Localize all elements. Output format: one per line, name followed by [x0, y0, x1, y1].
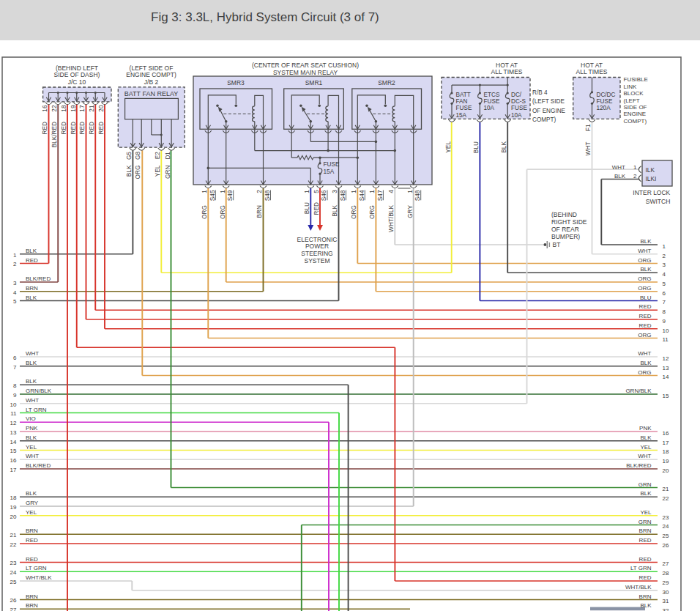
svg-text:ORG: ORG	[219, 205, 226, 219]
svg-text:WHT: WHT	[584, 142, 592, 156]
svg-text:WHT: WHT	[638, 248, 651, 254]
svg-text:POWER: POWER	[305, 242, 329, 250]
svg-text:ENGINE: ENGINE	[624, 111, 647, 117]
svg-text:27: 27	[10, 607, 17, 611]
svg-text:BT: BT	[553, 241, 561, 248]
svg-text:BLK/RED: BLK/RED	[26, 275, 51, 282]
svg-text:4: 4	[387, 190, 395, 193]
svg-text:SIDE OF DASH): SIDE OF DASH)	[54, 71, 100, 78]
svg-text:WHT: WHT	[638, 453, 651, 459]
svg-text:S46: S46	[320, 190, 327, 201]
svg-text:E2: E2	[154, 152, 161, 160]
svg-text:RED: RED	[60, 122, 67, 135]
svg-text:S49: S49	[226, 190, 234, 201]
svg-text:RED: RED	[26, 537, 38, 544]
svg-text:17: 17	[10, 467, 17, 473]
svg-text:15A: 15A	[324, 168, 335, 175]
svg-text:BRN: BRN	[26, 285, 38, 292]
svg-text:21: 21	[88, 105, 95, 112]
svg-text:4: 4	[663, 271, 666, 278]
svg-text:BLK: BLK	[614, 173, 626, 179]
svg-text:20: 20	[663, 467, 669, 474]
svg-text:DC-S: DC-S	[511, 98, 526, 105]
svg-text:FUSIBLE: FUSIBLE	[624, 76, 648, 83]
svg-text:BLK/RED: BLK/RED	[26, 462, 51, 469]
svg-text:FAN: FAN	[456, 98, 468, 105]
svg-text:ORG: ORG	[638, 369, 651, 376]
svg-text:21: 21	[663, 486, 669, 492]
svg-text:WHT/BLK: WHT/BLK	[625, 584, 652, 590]
svg-text:GRN/BLK: GRN/BLK	[26, 388, 52, 394]
svg-text:19: 19	[70, 105, 77, 112]
svg-text:27: 27	[663, 560, 669, 567]
svg-text:ORG: ORG	[638, 275, 651, 282]
svg-text:ILK: ILK	[646, 166, 655, 174]
svg-text:ALL TIMES: ALL TIMES	[576, 68, 608, 75]
svg-text:BLK: BLK	[125, 165, 133, 177]
svg-text:G8: G8	[134, 152, 141, 160]
svg-text:1: 1	[219, 190, 226, 193]
svg-text:GRN/BLK: GRN/BLK	[625, 388, 652, 394]
svg-text:BLK: BLK	[26, 434, 37, 441]
svg-text:9: 9	[13, 392, 17, 399]
svg-text:(CENTER OF REAR SEAT CUSHION): (CENTER OF REAR SEAT CUSHION)	[252, 62, 359, 69]
svg-text:PNK: PNK	[26, 425, 38, 432]
svg-text:20: 20	[10, 514, 17, 520]
svg-text:ILKI: ILKI	[646, 175, 657, 182]
svg-text:G5: G5	[125, 152, 133, 160]
svg-text:13: 13	[663, 365, 669, 371]
svg-text:8: 8	[13, 382, 17, 389]
svg-text:6: 6	[663, 290, 666, 297]
svg-text:BLK: BLK	[640, 266, 652, 273]
svg-text:RED: RED	[26, 556, 38, 563]
svg-text:J/B 2: J/B 2	[144, 78, 159, 86]
svg-text:GRN: GRN	[638, 481, 652, 488]
svg-text:RED: RED	[639, 322, 652, 329]
svg-text:13: 13	[10, 429, 17, 436]
svg-text:24: 24	[663, 523, 669, 530]
svg-text:BATT FAN RELAY: BATT FAN RELAY	[124, 90, 179, 97]
svg-text:(LEFT SIDE OF: (LEFT SIDE OF	[130, 64, 174, 72]
svg-text:VIO: VIO	[26, 415, 36, 422]
svg-text:DC/: DC/	[511, 92, 522, 98]
svg-text:BLK: BLK	[26, 360, 37, 366]
svg-text:S48: S48	[264, 190, 271, 201]
svg-text:YEL: YEL	[26, 444, 37, 451]
svg-text:PNK: PNK	[639, 425, 652, 432]
svg-text:25: 25	[663, 533, 669, 539]
svg-text:22: 22	[663, 495, 669, 502]
svg-text:F1: F1	[584, 124, 592, 131]
svg-text:RED: RED	[639, 574, 652, 581]
svg-text:31: 31	[663, 598, 669, 604]
svg-text:15: 15	[663, 393, 669, 399]
svg-text:BLK: BLK	[500, 141, 507, 153]
svg-text:6: 6	[13, 355, 17, 361]
svg-text:BLU: BLU	[303, 202, 310, 214]
svg-text:S45: S45	[209, 190, 216, 201]
svg-text:D1: D1	[164, 152, 171, 160]
svg-text:BLK/RED: BLK/RED	[51, 122, 58, 148]
svg-text:ORG: ORG	[638, 257, 651, 264]
svg-text:RED: RED	[78, 122, 86, 135]
svg-text:OF REAR: OF REAR	[551, 226, 579, 233]
svg-text:FUSE: FUSE	[511, 105, 527, 111]
svg-text:5: 5	[663, 281, 666, 287]
svg-text:28: 28	[663, 570, 669, 577]
svg-text:STEERING: STEERING	[301, 250, 332, 257]
svg-text:RED: RED	[639, 556, 652, 563]
svg-text:23: 23	[10, 560, 17, 566]
svg-text:RED: RED	[639, 303, 652, 310]
svg-text:BLK: BLK	[331, 205, 338, 217]
svg-text:ORG: ORG	[638, 285, 651, 292]
svg-text:19: 19	[10, 504, 17, 511]
svg-text:12: 12	[663, 355, 669, 362]
svg-text:BLK: BLK	[640, 360, 652, 366]
svg-text:15: 15	[10, 448, 17, 454]
svg-text:YEL: YEL	[154, 165, 161, 177]
svg-text:3: 3	[13, 280, 17, 286]
svg-text:26: 26	[10, 597, 17, 604]
svg-text:1: 1	[663, 243, 666, 250]
svg-text:BLK: BLK	[640, 490, 652, 497]
svg-text:WHT: WHT	[638, 350, 651, 357]
svg-text:GRN: GRN	[638, 519, 652, 525]
